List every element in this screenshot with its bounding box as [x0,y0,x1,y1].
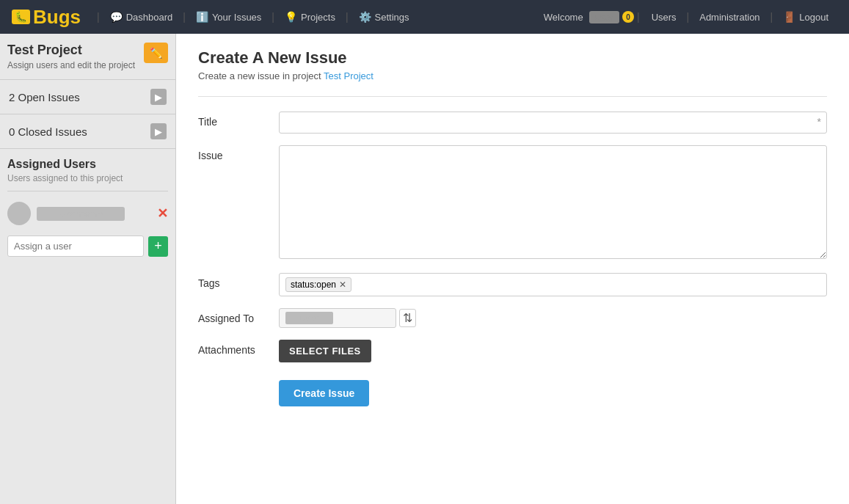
submit-row: Create Issue [198,374,827,406]
logout-icon: 🚪 [783,11,795,23]
submit-spacer [198,374,279,379]
title-input-wrapper: * [279,112,827,134]
sidebar-closed-issues[interactable]: 0 Closed Issues ▶ [0,114,175,149]
main-content: Create A New Issue Create a new issue in… [176,34,849,504]
assigned-users-title: Assigned Users [7,158,168,171]
attachments-field: SELECT FILES [279,340,827,362]
issue-textarea[interactable] [279,145,827,259]
title-label: Title [198,112,279,128]
logout-label: Logout [799,12,828,23]
page-title: Create A New Issue [198,48,827,67]
open-issues-arrow-icon: ▶ [150,89,167,105]
tags-field: status:open ✕ [279,273,827,296]
avatar [7,202,31,225]
nav-divider-6: | [687,11,690,23]
edit-project-button[interactable]: ✏️ [144,43,168,63]
assigned-select-display: user [279,308,396,328]
projects-label: Projects [301,12,335,23]
your-issues-label: Your Issues [212,12,261,23]
nav-users[interactable]: Users [643,0,685,34]
logo-icon: 🐛 [12,10,30,24]
submit-field: Create Issue [279,374,827,406]
attachments-row: Attachments SELECT FILES [198,340,827,362]
closed-issues-arrow-icon: ▶ [150,123,167,139]
required-asterisk: * [817,116,821,128]
nav-right: Welcome user 0 | Users | Administration … [538,0,837,34]
spinner-icon[interactable]: ⇅ [399,309,416,327]
user-name: Username [37,207,125,221]
closed-issues-label: 0 Closed Issues [9,125,87,138]
sidebar-open-issues[interactable]: 2 Open Issues ▶ [0,80,175,114]
settings-label: Settings [375,12,409,23]
nav-divider-2: | [183,11,186,23]
main-layout: Test Project Assign users and edit the p… [0,34,849,504]
remove-user-button[interactable]: ✕ [157,205,168,222]
title-field: * [279,112,827,134]
subtitle-prefix: Create a new issue in project [198,70,321,81]
logo-text: Bugs [33,6,81,29]
welcome-username: user [589,11,619,23]
project-subtitle: Assign users and edit the project [7,60,135,70]
nav-settings[interactable]: ⚙️ Settings [350,0,418,34]
nav-divider-5: | [637,11,640,23]
tag-item: status:open ✕ [285,277,351,292]
assigned-to-label: Assigned To [198,308,279,324]
title-input[interactable] [279,112,827,134]
tag-remove-icon[interactable]: ✕ [339,280,346,290]
assigned-users-section: Assigned Users Users assigned to this pr… [0,149,175,263]
nav-your-issues[interactable]: ℹ️ Your Issues [187,0,270,34]
tags-label: Tags [198,273,279,289]
sidebar: Test Project Assign users and edit the p… [0,34,176,504]
assigned-to-select: user ⇅ [279,308,827,328]
issue-row: Issue [198,145,827,261]
top-navigation: 🐛 Bugs | 💬 Dashboard | ℹ️ Your Issues | … [0,0,849,34]
nav-divider-3: | [272,11,274,23]
user-avatar-group: Username [7,202,125,225]
project-header: Test Project Assign users and edit the p… [0,34,175,80]
nav-projects[interactable]: 💡 Projects [276,0,344,34]
nav-dashboard[interactable]: 💬 Dashboard [101,0,182,34]
assign-user-input-row: + [7,235,168,257]
app-logo[interactable]: 🐛 Bugs [12,6,81,29]
assigned-user-blur: user [285,312,333,324]
open-issues-label: 2 Open Issues [9,91,80,103]
form-divider [198,96,827,97]
assign-user-input[interactable] [7,235,144,257]
attachments-label: Attachments [198,340,279,356]
administration-label: Administration [699,12,759,23]
nav-divider-4: | [346,11,349,23]
projects-icon: 💡 [285,11,297,23]
issue-field [279,145,827,261]
dashboard-label: Dashboard [126,12,173,23]
select-files-button[interactable]: SELECT FILES [279,340,371,362]
assigned-to-field: user ⇅ [279,308,827,328]
nav-administration[interactable]: Administration [691,0,768,34]
users-label: Users [652,12,677,23]
section-divider [7,191,168,191]
assigned-to-row: Assigned To user ⇅ [198,308,827,328]
project-info: Test Project Assign users and edit the p… [7,43,135,70]
assigned-users-subtitle: Users assigned to this project [7,173,168,183]
project-link[interactable]: Test Project [324,70,374,81]
page-subtitle: Create a new issue in project Test Proje… [198,70,827,81]
assign-user-button[interactable]: + [148,236,168,257]
nav-divider-1: | [97,11,100,23]
tags-container[interactable]: status:open ✕ [279,273,827,296]
project-title: Test Project [7,43,135,58]
user-row: Username ✕ [7,197,168,230]
nav-badge: 0 [622,11,634,23]
nav-divider-7: | [770,11,773,23]
dashboard-icon: 💬 [110,11,123,23]
tags-row: Tags status:open ✕ [198,273,827,296]
nav-logout[interactable]: 🚪 Logout [774,0,837,34]
settings-icon: ⚙️ [359,11,371,23]
create-issue-button[interactable]: Create Issue [279,380,369,406]
welcome-text: Welcome [538,12,589,23]
title-row: Title * [198,112,827,134]
tag-value: status:open [291,280,336,290]
issue-label: Issue [198,145,279,161]
your-issues-icon: ℹ️ [196,11,208,23]
